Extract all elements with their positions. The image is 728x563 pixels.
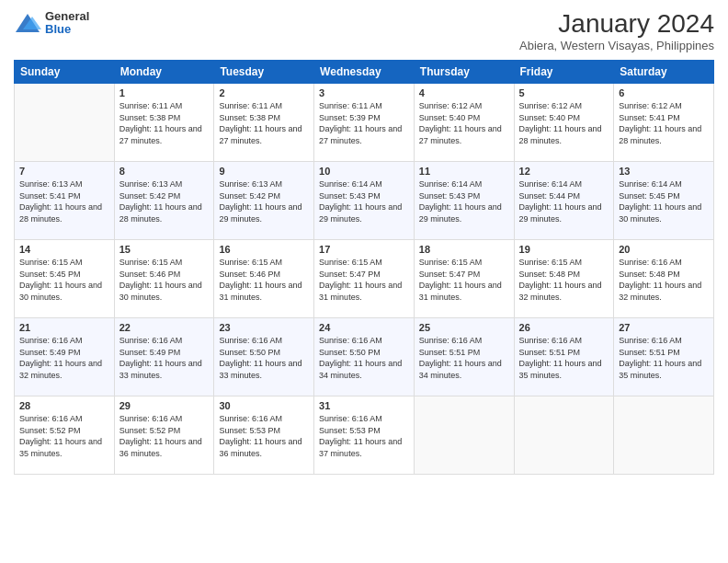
day-number: 30 <box>219 400 309 411</box>
col-saturday: Saturday <box>614 61 714 84</box>
month-title: January 2024 <box>519 9 714 39</box>
calendar-cell: 10 Sunrise: 6:14 AM Sunset: 5:43 PM Dayl… <box>314 162 415 240</box>
sunset: Sunset: 5:43 PM <box>419 190 509 202</box>
calendar-cell <box>15 84 115 162</box>
calendar-cell: 20 Sunrise: 6:16 AM Sunset: 5:48 PM Dayl… <box>614 240 714 318</box>
calendar-cell: 4 Sunrise: 6:12 AM Sunset: 5:40 PM Dayli… <box>414 84 514 162</box>
day-info: Sunrise: 6:16 AM Sunset: 5:52 PM Dayligh… <box>19 413 109 459</box>
daylight: Daylight: 11 hours and 32 minutes. <box>519 280 609 303</box>
sunrise: Sunrise: 6:14 AM <box>419 178 509 190</box>
sunset: Sunset: 5:42 PM <box>219 190 309 202</box>
daylight: Daylight: 11 hours and 35 minutes. <box>519 358 609 381</box>
sunset: Sunset: 5:44 PM <box>519 190 609 202</box>
daylight: Daylight: 11 hours and 31 minutes. <box>219 280 309 303</box>
sunset: Sunset: 5:41 PM <box>19 190 109 202</box>
sunrise: Sunrise: 6:16 AM <box>19 335 109 347</box>
sunset: Sunset: 5:53 PM <box>319 425 409 437</box>
day-number: 24 <box>319 322 409 333</box>
calendar-cell: 15 Sunrise: 6:15 AM Sunset: 5:46 PM Dayl… <box>114 240 214 318</box>
day-info: Sunrise: 6:13 AM Sunset: 5:42 PM Dayligh… <box>119 178 210 224</box>
day-number: 2 <box>219 87 309 98</box>
day-info: Sunrise: 6:15 AM Sunset: 5:46 PM Dayligh… <box>219 257 309 303</box>
daylight: Daylight: 11 hours and 32 minutes. <box>19 358 109 381</box>
calendar-cell <box>414 396 514 475</box>
col-tuesday: Tuesday <box>214 61 314 84</box>
day-info: Sunrise: 6:14 AM Sunset: 5:45 PM Dayligh… <box>619 178 709 224</box>
sunrise: Sunrise: 6:15 AM <box>19 257 109 269</box>
daylight: Daylight: 11 hours and 30 minutes. <box>119 280 210 303</box>
sunrise: Sunrise: 6:15 AM <box>119 257 210 269</box>
daylight: Daylight: 11 hours and 28 minutes. <box>619 123 709 146</box>
sunrise: Sunrise: 6:12 AM <box>619 100 709 112</box>
daylight: Daylight: 11 hours and 34 minutes. <box>419 358 509 381</box>
day-info: Sunrise: 6:16 AM Sunset: 5:49 PM Dayligh… <box>119 335 210 381</box>
day-number: 5 <box>519 87 609 98</box>
sunset: Sunset: 5:43 PM <box>319 190 409 202</box>
sunset: Sunset: 5:38 PM <box>119 112 210 124</box>
sunset: Sunset: 5:42 PM <box>119 190 210 202</box>
sunrise: Sunrise: 6:16 AM <box>119 335 210 347</box>
daylight: Daylight: 11 hours and 33 minutes. <box>119 358 210 381</box>
calendar-cell: 28 Sunrise: 6:16 AM Sunset: 5:52 PM Dayl… <box>15 396 115 475</box>
sunset: Sunset: 5:49 PM <box>19 347 109 359</box>
sunrise: Sunrise: 6:11 AM <box>219 100 309 112</box>
sunset: Sunset: 5:38 PM <box>219 112 309 124</box>
calendar-cell: 5 Sunrise: 6:12 AM Sunset: 5:40 PM Dayli… <box>514 84 614 162</box>
week-row-4: 28 Sunrise: 6:16 AM Sunset: 5:52 PM Dayl… <box>15 396 714 475</box>
calendar-cell: 17 Sunrise: 6:15 AM Sunset: 5:47 PM Dayl… <box>314 240 415 318</box>
daylight: Daylight: 11 hours and 36 minutes. <box>119 436 210 459</box>
day-number: 29 <box>119 400 210 411</box>
calendar-cell: 9 Sunrise: 6:13 AM Sunset: 5:42 PM Dayli… <box>214 162 314 240</box>
daylight: Daylight: 11 hours and 28 minutes. <box>519 123 609 146</box>
daylight: Daylight: 11 hours and 29 minutes. <box>519 201 609 224</box>
day-info: Sunrise: 6:11 AM Sunset: 5:38 PM Dayligh… <box>219 100 309 146</box>
calendar-cell: 23 Sunrise: 6:16 AM Sunset: 5:50 PM Dayl… <box>214 318 314 396</box>
sunrise: Sunrise: 6:13 AM <box>119 178 210 190</box>
daylight: Daylight: 11 hours and 33 minutes. <box>219 358 309 381</box>
calendar-cell: 1 Sunrise: 6:11 AM Sunset: 5:38 PM Dayli… <box>114 84 214 162</box>
daylight: Daylight: 11 hours and 27 minutes. <box>319 123 409 146</box>
day-number: 4 <box>419 87 509 98</box>
sunset: Sunset: 5:50 PM <box>319 347 409 359</box>
sunset: Sunset: 5:45 PM <box>19 269 109 281</box>
day-number: 15 <box>119 244 210 255</box>
page: General Blue January 2024 Abiera, Wester… <box>0 0 728 563</box>
logo-icon <box>14 9 41 37</box>
day-info: Sunrise: 6:14 AM Sunset: 5:43 PM Dayligh… <box>419 178 509 224</box>
day-number: 9 <box>219 166 309 177</box>
sunrise: Sunrise: 6:13 AM <box>219 178 309 190</box>
day-info: Sunrise: 6:11 AM Sunset: 5:38 PM Dayligh… <box>119 100 210 146</box>
daylight: Daylight: 11 hours and 28 minutes. <box>119 201 210 224</box>
title-section: January 2024 Abiera, Western Visayas, Ph… <box>519 9 714 52</box>
calendar-cell: 29 Sunrise: 6:16 AM Sunset: 5:52 PM Dayl… <box>114 396 214 475</box>
day-number: 7 <box>19 166 109 177</box>
sunrise: Sunrise: 6:16 AM <box>319 335 409 347</box>
day-info: Sunrise: 6:12 AM Sunset: 5:40 PM Dayligh… <box>519 100 609 146</box>
day-number: 28 <box>19 400 109 411</box>
daylight: Daylight: 11 hours and 27 minutes. <box>119 123 210 146</box>
day-number: 8 <box>119 166 210 177</box>
day-info: Sunrise: 6:15 AM Sunset: 5:47 PM Dayligh… <box>319 257 409 303</box>
daylight: Daylight: 11 hours and 32 minutes. <box>619 280 709 303</box>
day-number: 21 <box>19 322 109 333</box>
sunrise: Sunrise: 6:11 AM <box>119 100 210 112</box>
day-info: Sunrise: 6:16 AM Sunset: 5:51 PM Dayligh… <box>419 335 509 381</box>
daylight: Daylight: 11 hours and 34 minutes. <box>319 358 409 381</box>
day-number: 18 <box>419 244 509 255</box>
calendar-cell: 26 Sunrise: 6:16 AM Sunset: 5:51 PM Dayl… <box>514 318 614 396</box>
daylight: Daylight: 11 hours and 30 minutes. <box>619 201 709 224</box>
day-info: Sunrise: 6:16 AM Sunset: 5:48 PM Dayligh… <box>619 257 709 303</box>
sunrise: Sunrise: 6:15 AM <box>219 257 309 269</box>
sunset: Sunset: 5:41 PM <box>619 112 709 124</box>
sunset: Sunset: 5:50 PM <box>219 347 309 359</box>
sunset: Sunset: 5:49 PM <box>119 347 210 359</box>
calendar-cell <box>514 396 614 475</box>
daylight: Daylight: 11 hours and 37 minutes. <box>319 436 409 459</box>
daylight: Daylight: 11 hours and 29 minutes. <box>219 201 309 224</box>
sunrise: Sunrise: 6:16 AM <box>619 335 709 347</box>
day-number: 19 <box>519 244 609 255</box>
header: General Blue January 2024 Abiera, Wester… <box>14 9 714 52</box>
daylight: Daylight: 11 hours and 30 minutes. <box>19 280 109 303</box>
daylight: Daylight: 11 hours and 29 minutes. <box>419 201 509 224</box>
calendar-cell: 24 Sunrise: 6:16 AM Sunset: 5:50 PM Dayl… <box>314 318 415 396</box>
